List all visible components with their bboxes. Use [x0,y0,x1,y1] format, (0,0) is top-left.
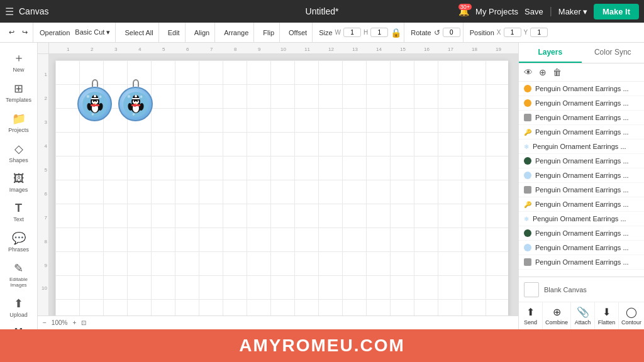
layer-dot [524,258,531,266]
hamburger-icon[interactable]: ☰ [5,6,14,18]
layer-item[interactable]: ❄ Penguin Ornament Earrings ... [519,212,644,226]
layer-label: Penguin Ornament Earrings ... [535,186,639,194]
sidebar-text-label: Text [13,216,24,222]
position-x-input[interactable] [504,28,521,37]
send-button[interactable]: ⬆ Send [519,302,543,329]
layer-item[interactable]: 🔑 Penguin Ornament Earrings ... [519,197,644,212]
align-button[interactable]: Align [192,28,212,38]
contour-button[interactable]: ◯ Contour [619,302,644,329]
right-panel: Layers Color Sync 👁 ⊕ 🗑 Penguin Ornament… [518,43,644,329]
ruler-tick: 6 [186,47,189,52]
lock-icon[interactable]: 🔒 [391,28,401,38]
position-y-input[interactable] [530,28,548,37]
ruler-tick: 11 [304,47,310,52]
fit-to-screen-button[interactable]: ⊡ [81,319,86,326]
layer-label: Penguin Ornament Earrings ... [535,99,639,107]
upload-icon: ⬆ [14,297,23,310]
make-it-button[interactable]: Make It [594,4,639,19]
zoom-out-button[interactable]: − [43,319,47,326]
earring-2[interactable]: ❄ ❄ ❄ [118,79,153,121]
layer-item[interactable]: 🔑 Penguin Ornament Earrings ... [519,125,644,140]
redo-button[interactable]: ↪ [19,27,30,38]
layer-dot [524,229,531,237]
layer-label: Penguin Ornament Earrings ... [535,128,639,136]
layer-item[interactable]: Penguin Ornament Earrings ... [519,255,644,270]
attach-button[interactable]: 📎 Attach [571,302,595,329]
layer-label: Penguin Ornament Earrings ... [535,200,639,208]
sidebar-item-text[interactable]: T Text [3,198,35,226]
tab-layers[interactable]: Layers [519,43,582,63]
flatten-button[interactable]: ⬇ Flatten [595,302,619,329]
basic-cut-dropdown[interactable]: Basic Cut ▾ [72,27,113,38]
ruler-tick: 17 [448,47,453,52]
layer-item[interactable]: Penguin Ornament Earrings ... [519,226,644,241]
layer-item[interactable]: ❄ Penguin Ornament Earrings ... [519,140,644,154]
design-canvas[interactable]: ❄ ❄ ❄ [55,60,508,315]
blank-canvas-bar[interactable]: Blank Canvas [519,277,644,302]
layer-label: Penguin Ornament Earrings ... [533,215,639,222]
svg-text:❄: ❄ [99,95,102,99]
combine-label: Combine [545,319,568,326]
select-all-group: Select All [119,23,158,42]
layer-item[interactable]: Penguin Ornament Earrings ... [519,96,644,111]
contour-label: Contour [621,319,641,326]
sidebar-projects-label: Projects [8,127,29,133]
layer-dot [524,172,531,179]
svg-rect-36 [134,104,136,107]
maker-button[interactable]: Maker ▾ [558,7,587,16]
offset-button[interactable]: Offset [286,28,309,38]
layer-label: Penguin Ornament Earrings ... [535,258,639,266]
ruler-vertical: 1 2 3 4 5 6 7 8 9 10 [38,54,49,315]
right-tabs: Layers Color Sync [519,43,644,63]
ruler-tick: 1 [67,47,69,52]
edit-button[interactable]: Edit [165,28,182,38]
sidebar-item-shapes[interactable]: ◇ Shapes [3,138,35,167]
sidebar-item-templates[interactable]: ⊞ Templates [3,78,35,107]
earring-circle-1[interactable]: ❄ ❄ ❄ [77,87,112,121]
earring-1[interactable]: ❄ ❄ ❄ [77,79,112,121]
rotate-group: Rotate ↺ [408,23,463,42]
sidebar-item-upload[interactable]: ⬆ Upload [3,293,35,322]
svg-point-39 [135,95,137,97]
layer-item[interactable]: Penguin Ornament Earrings ... [519,111,644,125]
arrange-button[interactable]: Arrange [221,28,251,38]
sidebar-item-projects[interactable]: 📁 Projects [3,108,35,137]
sidebar-item-monogram[interactable]: M Monogram [3,323,35,329]
size-height-input[interactable] [370,28,388,37]
ruler-tick: 5 [162,47,165,52]
undo-button[interactable]: ↩ [6,27,17,38]
canvas-wrapper[interactable]: 1 2 3 4 5 6 7 8 9 10 [38,54,518,315]
layer-item[interactable]: Penguin Ornament Earrings ... [519,183,644,197]
select-all-button[interactable]: Select All [122,28,155,38]
monogram-icon: M [14,327,23,329]
sidebar-item-phrases[interactable]: 💬 Phrases [3,228,35,256]
flatten-label: Flatten [598,319,616,326]
notifications-button[interactable]: 🔔 30+ [458,6,469,16]
layers-delete-button[interactable]: 🗑 [552,66,563,79]
layer-item[interactable]: Penguin Ornament Earrings ... [519,168,644,183]
layer-dot [524,244,531,251]
layer-label: Penguin Ornament Earrings ... [535,172,639,179]
layer-item[interactable]: Penguin Ornament Earrings ... [519,154,644,168]
penguin-svg-2: ❄ ❄ ❄ [123,90,148,118]
sidebar-item-new[interactable]: ＋ New [3,47,35,77]
combine-button[interactable]: ⊕ Combine [543,302,571,329]
sidebar-item-images[interactable]: 🖼 Images [3,168,35,197]
shapes-icon: ◇ [14,142,23,156]
my-projects-button[interactable]: My Projects [475,7,518,16]
earring-design-group[interactable]: ❄ ❄ ❄ [77,79,153,121]
size-width-input[interactable] [343,28,361,37]
layer-item[interactable]: Penguin Ornament Earrings ... [519,82,644,96]
save-button[interactable]: Save [525,7,543,16]
earring-circle-2[interactable]: ❄ ❄ ❄ [118,87,153,121]
tab-color-sync[interactable]: Color Sync [582,43,645,63]
layers-eye-button[interactable]: 👁 [523,66,534,79]
layer-label: Penguin Ornament Earrings ... [535,85,639,92]
sidebar-item-editable-images[interactable]: ✎ Editable Images [3,258,35,292]
zoom-in-button[interactable]: + [72,319,76,326]
layer-item[interactable]: Penguin Ornament Earrings ... [519,241,644,255]
layers-duplicate-button[interactable]: ⊕ [538,66,548,79]
layer-bottom-actions: ⬆ Send ⊕ Combine 📎 Attach ⬇ Flatten ◯ Co… [519,302,644,329]
rotate-input[interactable] [443,28,460,37]
flip-button[interactable]: Flip [260,28,277,38]
